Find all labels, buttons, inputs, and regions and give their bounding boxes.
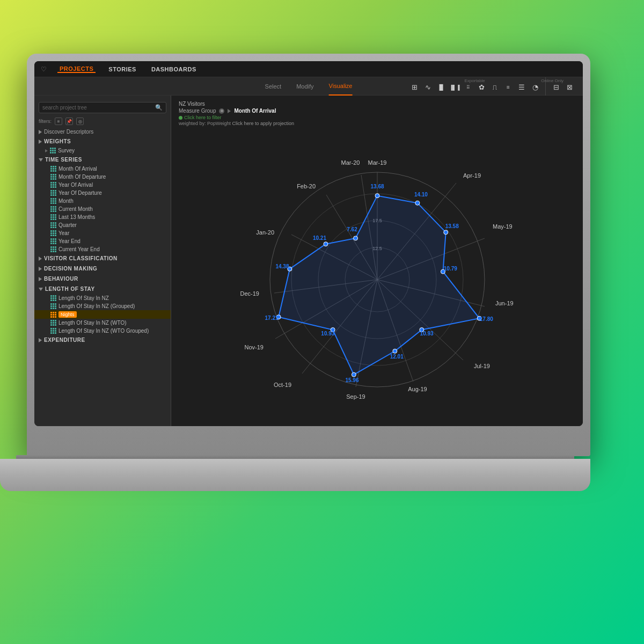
length-of-stay-expand-icon xyxy=(39,288,43,291)
filter-link[interactable]: Click here to filter xyxy=(179,115,575,120)
tree-item-quarter[interactable]: Quarter xyxy=(34,221,171,229)
section-behaviour-title: BEHAVIOUR xyxy=(44,276,78,282)
los-nz-grouped-icon xyxy=(50,303,56,309)
survey-label: Survey xyxy=(58,148,75,153)
tree-item-month-departure[interactable]: Month Of Departure xyxy=(34,173,171,181)
section-time-series[interactable]: TIME SERIES xyxy=(34,155,171,165)
last-13-months-icon xyxy=(50,214,56,220)
svg-text:15.96: 15.96 xyxy=(345,377,358,383)
label-sep19: Sep-19 xyxy=(346,393,365,400)
toolbar-funnel[interactable]: ⎍ xyxy=(489,82,501,93)
month-icon xyxy=(50,198,56,204)
month-arrival-icon xyxy=(50,166,56,172)
laptop-shell: ♡ PROJECTS STORIES DASHBOARDS Select Mod… xyxy=(27,54,590,456)
section-expenditure[interactable]: EXPENDITURE xyxy=(34,335,171,345)
svg-text:10.93: 10.93 xyxy=(321,331,334,336)
section-expenditure-title: EXPENDITURE xyxy=(44,337,85,343)
tree-item-month-of-arrival[interactable]: Month Of Arrival xyxy=(34,165,171,173)
section-length-of-stay[interactable]: LENGTH OF STAY xyxy=(34,284,171,294)
toolbar-table[interactable]: ⊞ xyxy=(408,82,420,93)
svg-point-20 xyxy=(415,201,419,205)
tab-select[interactable]: Select xyxy=(265,77,282,96)
month-departure-label: Month Of Departure xyxy=(58,174,106,180)
tree-item-year-end[interactable]: Year End xyxy=(34,237,171,245)
toolbar-flower[interactable]: ✿ xyxy=(475,82,487,93)
quarter-icon xyxy=(50,222,56,228)
filter-link-text: Click here to filter xyxy=(184,115,222,120)
tree-item-los-nz[interactable]: Length Of Stay In NZ xyxy=(34,294,171,302)
tree-item-last-13-months[interactable]: Last 13 Months xyxy=(34,213,171,221)
tree-item-los-wto[interactable]: Length Of Stay In NZ (WTO) xyxy=(34,319,171,327)
year-end-label: Year End xyxy=(58,238,80,244)
svg-point-22 xyxy=(443,230,448,235)
tree-item-survey[interactable]: Survey xyxy=(34,147,171,155)
toolbar-map2[interactable]: ⊠ xyxy=(564,82,575,93)
year-departure-label: Year Of Departure xyxy=(58,190,102,196)
tree-item-month[interactable]: Month xyxy=(34,197,171,205)
viz-header: NZ Visitors Measure Group Month Of Arriv… xyxy=(179,101,575,126)
survey-expand-icon xyxy=(45,149,48,152)
tree-item-current-month[interactable]: Current Month xyxy=(34,205,171,213)
toolbar-pie[interactable]: ◔ xyxy=(529,82,541,93)
tab-visualize[interactable]: Visualize xyxy=(329,77,353,96)
section-decision-making[interactable]: DECISION MAKING xyxy=(34,264,171,274)
breadcrumb-active-label: Month Of Arrival xyxy=(234,108,276,114)
toolbar-map1[interactable]: ⊟ xyxy=(550,82,562,93)
toolbar-table2[interactable]: ≡ xyxy=(502,82,514,93)
section-decision-making-title: DECISION MAKING xyxy=(44,266,97,272)
radar-chart: // This will be rendered via JS below Ma… xyxy=(216,135,538,425)
search-bar[interactable]: 🔍 xyxy=(39,102,166,113)
filter-pin-icon[interactable]: 📌 xyxy=(65,118,73,125)
svg-text:13.68: 13.68 xyxy=(370,184,384,189)
toolbar-lines[interactable]: ☰ xyxy=(516,82,528,93)
last-13-months-label: Last 13 Months xyxy=(58,214,95,220)
section-visitor-classification-title: VISITOR CLASSIFICATION xyxy=(44,255,118,261)
filter-list-icon[interactable]: ≡ xyxy=(55,118,62,125)
nav-dashboards[interactable]: DASHBOARDS xyxy=(149,66,199,72)
year-arrival-label: Year Of Arrival xyxy=(58,182,93,188)
svg-marker-17 xyxy=(279,196,479,375)
svg-text:10.93: 10.93 xyxy=(420,331,433,336)
section-time-series-title: TIME SERIES xyxy=(45,157,82,163)
section-weights[interactable]: WEIGHTS xyxy=(34,136,171,147)
tree-item-current-year-end[interactable]: Current Year End xyxy=(34,245,171,253)
svg-point-40 xyxy=(323,242,327,246)
toolbar-scatter[interactable]: ⠿ xyxy=(462,82,474,93)
quarter-label: Quarter xyxy=(58,222,77,228)
label-mar19: Mar-19 xyxy=(368,159,386,166)
behaviour-expand-icon xyxy=(39,277,42,281)
toolbar-line[interactable]: ∿ xyxy=(422,82,434,93)
tree-item-year[interactable]: Year xyxy=(34,229,171,237)
app-container: ♡ PROJECTS STORIES DASHBOARDS Select Mod… xyxy=(34,61,583,426)
label-mar20: Mar-20 xyxy=(341,159,360,166)
tree-item-nights[interactable]: Nights xyxy=(34,310,171,319)
section-visitor-classification[interactable]: VISITOR CLASSIFICATION xyxy=(34,253,171,264)
tree-item-los-wto-grouped[interactable]: Length Of Stay In NZ (WTO Grouped) xyxy=(34,327,171,335)
breadcrumb-group-label: Measure Group xyxy=(179,108,216,114)
toolbar-bar[interactable]: ▐▌ xyxy=(435,82,447,93)
weight-link[interactable]: Click here to apply projection xyxy=(232,121,294,126)
viz-title: NZ Visitors xyxy=(179,101,575,107)
discover-expand-icon xyxy=(39,130,42,134)
tree-item-year-departure[interactable]: Year Of Departure xyxy=(34,189,171,197)
tab-modify[interactable]: Modify xyxy=(296,77,313,96)
label-feb20: Feb-20 xyxy=(297,183,316,189)
los-wto-icon xyxy=(50,320,56,326)
discover-row[interactable]: Discover Descriptors xyxy=(34,127,171,136)
section-behaviour[interactable]: BEHAVIOUR xyxy=(34,274,171,284)
nav-stories[interactable]: STORIES xyxy=(106,66,138,72)
label-dec19: Dec-19 xyxy=(240,290,259,297)
decision-making-expand-icon xyxy=(39,267,42,271)
tree-item-los-nz-grouped[interactable]: Length Of Stay In NZ (Grouped) xyxy=(34,302,171,310)
tree-item-year-arrival[interactable]: Year Of Arrival xyxy=(34,181,171,189)
search-input[interactable] xyxy=(42,105,152,111)
toolbar-grouped-bar[interactable]: ▐▌▐ xyxy=(449,82,460,93)
current-year-end-icon xyxy=(50,246,56,252)
svg-text:10.79: 10.79 xyxy=(443,266,457,272)
nav-projects[interactable]: PROJECTS xyxy=(57,65,96,73)
current-month-icon xyxy=(50,206,56,212)
los-nz-icon xyxy=(50,295,56,301)
main-content: 🔍 filters: ≡ 📌 ◎ Discover Descriptors xyxy=(34,96,583,426)
filter-search-icon[interactable]: ◎ xyxy=(76,118,84,125)
svg-text:14.38: 14.38 xyxy=(275,264,289,269)
